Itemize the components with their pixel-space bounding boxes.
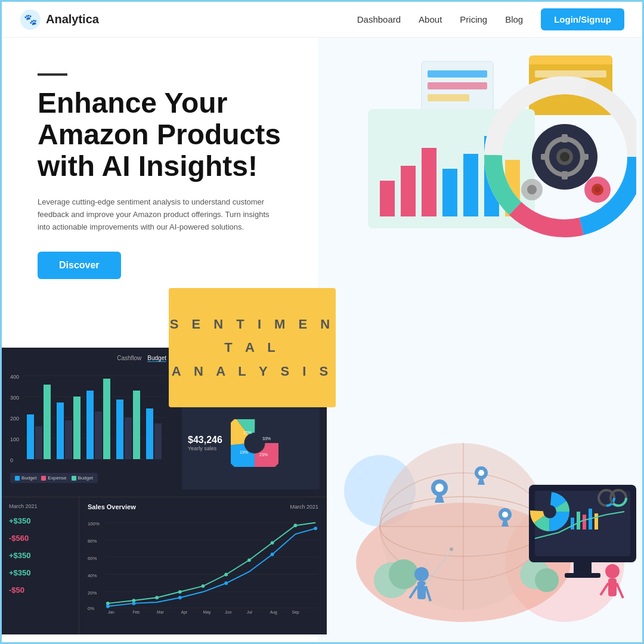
svg-rect-95	[562, 134, 568, 143]
discover-button[interactable]: Discover	[38, 252, 121, 279]
metric-3: +$350	[9, 551, 72, 560]
overview-title: Sales Overview	[88, 503, 136, 510]
budget-tab[interactable]: Budget	[147, 355, 166, 362]
svg-text:0: 0	[10, 457, 13, 463]
svg-text:Jun: Jun	[225, 610, 231, 614]
svg-text:100%: 100%	[88, 521, 100, 527]
svg-rect-21	[116, 400, 123, 459]
svg-rect-71	[428, 70, 487, 78]
svg-rect-24	[146, 408, 153, 459]
nav-blog[interactable]: Blog	[505, 14, 523, 24]
svg-point-101	[595, 187, 600, 193]
svg-point-143	[605, 564, 620, 578]
panel-header: Cashflow Budget	[10, 355, 166, 362]
legend-label-expense: Expense	[48, 475, 66, 481]
svg-text:80%: 80%	[88, 538, 97, 544]
login-signup-button[interactable]: Login/Signup	[541, 8, 624, 30]
nav-dashboard[interactable]: Dashboard	[357, 14, 401, 24]
cashflow-tab[interactable]: Cashflow	[117, 355, 141, 362]
svg-text:19%: 19%	[240, 450, 248, 454]
svg-point-112	[435, 484, 444, 492]
metrics-panel-date: March 2021	[9, 503, 72, 509]
overview-header: Sales Overview March 2021	[88, 503, 318, 510]
svg-rect-125	[574, 562, 592, 574]
nav-pricing[interactable]: Pricing	[460, 14, 487, 24]
svg-text:Jul: Jul	[247, 610, 252, 614]
svg-rect-79	[380, 181, 395, 216]
svg-point-122	[535, 568, 559, 592]
svg-text:100: 100	[10, 436, 19, 442]
svg-rect-22	[125, 417, 132, 459]
svg-rect-16	[65, 420, 72, 459]
hero-right	[318, 38, 642, 644]
svg-rect-19	[95, 411, 102, 459]
svg-point-55	[106, 605, 110, 608]
svg-rect-96	[562, 171, 568, 179]
metric-value-5: -$50	[9, 586, 72, 595]
metric-value-2: -$560	[9, 534, 72, 543]
svg-text:200: 200	[10, 416, 19, 422]
svg-rect-20	[103, 379, 110, 459]
brand-icon: 🐾	[20, 9, 41, 30]
sales-overview-panel: Sales Overview March 2021 100% 80% 60% 4…	[79, 497, 327, 634]
legend-budget: Budget	[15, 475, 36, 481]
svg-point-129	[537, 499, 563, 525]
sales-label: Yearly sales	[188, 445, 222, 451]
svg-point-29	[234, 422, 275, 464]
svg-rect-72	[428, 82, 487, 89]
svg-text:Apr: Apr	[181, 610, 188, 615]
svg-point-51	[224, 573, 228, 577]
sentiment-text-line2: A N A L Y S I S	[172, 360, 333, 383]
metric-4: +$350	[9, 568, 72, 577]
svg-text:33%: 33%	[262, 436, 271, 441]
svg-line-146	[617, 583, 623, 598]
svg-rect-17	[73, 397, 80, 459]
bar-legend: Budget Expense Budget	[10, 473, 98, 483]
sales-amount: $43,246	[188, 435, 222, 445]
svg-rect-15	[57, 402, 64, 459]
bar-chart-svg: 400 300 200 100 0	[10, 367, 165, 468]
svg-point-148	[450, 547, 453, 551]
svg-rect-130	[571, 518, 574, 530]
metrics-panel: March 2021 +$350 -$560 +$350 +$350 -$50	[2, 497, 79, 634]
navbar: 🐾 Analytica Dashboard About Pricing Blog…	[2, 2, 642, 38]
svg-text:300: 300	[10, 395, 19, 401]
line-chart-svg: 100% 80% 60% 40% 20% 0%	[88, 515, 318, 617]
svg-text:Sep: Sep	[292, 610, 299, 615]
hero-section: Enhance Your Amazon Products with AI Ins…	[2, 38, 642, 644]
svg-text:25%: 25%	[243, 431, 252, 435]
svg-text:20%: 20%	[88, 590, 97, 596]
sales-info: $43,246 Yearly sales	[188, 435, 222, 451]
svg-rect-132	[583, 515, 586, 530]
svg-text:Mar: Mar	[157, 610, 164, 614]
svg-point-58	[224, 581, 228, 585]
svg-point-103	[527, 185, 537, 194]
svg-rect-73	[428, 94, 469, 101]
bar-chart-panel: Cashflow Budget 400 300 200 100 0	[2, 348, 175, 497]
brand[interactable]: 🐾 Analytica	[20, 9, 99, 30]
metric-2: -$560	[9, 534, 72, 543]
svg-point-54	[293, 524, 297, 527]
svg-text:400: 400	[10, 374, 19, 380]
svg-text:0%: 0%	[88, 606, 94, 611]
nav-about[interactable]: About	[419, 14, 442, 24]
svg-rect-12	[27, 414, 34, 459]
svg-rect-18	[86, 391, 94, 459]
svg-rect-140	[417, 581, 426, 599]
globe-illustration	[332, 395, 642, 644]
svg-rect-97	[541, 154, 549, 160]
hero-title: Enhance Your Amazon Products with AI Ins…	[38, 88, 288, 182]
sales-pie-row: $43,246 Yearly sales 25% 33% 23%	[182, 397, 320, 490]
svg-rect-98	[580, 154, 589, 160]
legend-label-budget: Budget	[21, 475, 36, 481]
svg-rect-80	[401, 166, 416, 216]
svg-rect-76	[535, 70, 606, 78]
svg-point-118	[502, 512, 508, 518]
metric-value-4: +$350	[9, 568, 72, 577]
svg-rect-134	[595, 513, 598, 530]
svg-rect-144	[608, 578, 617, 596]
sentiment-box: S E N T I M E N T A L A N A L Y S I S	[169, 288, 336, 407]
svg-text:23%: 23%	[259, 453, 268, 457]
hero-description: Leverage cutting-edge sentiment analysis…	[38, 196, 276, 233]
svg-point-52	[247, 558, 251, 562]
